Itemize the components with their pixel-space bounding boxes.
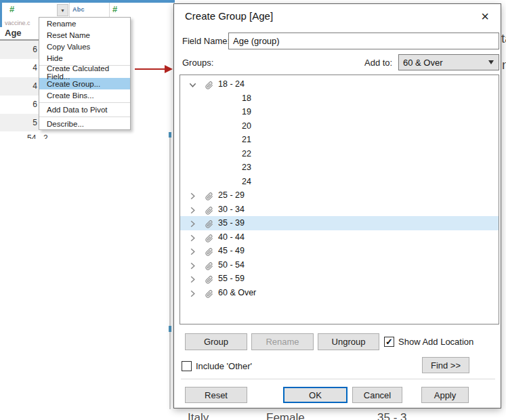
tree-row-label: 45 - 49 xyxy=(218,246,245,255)
chevron-right-icon[interactable] xyxy=(188,247,197,255)
tree-member-row[interactable]: 21 xyxy=(180,133,499,147)
menu-item-create-bins[interactable]: Create Bins... xyxy=(39,89,130,101)
tree-row-label: 20 xyxy=(242,121,251,131)
create-group-dialog: Create Group [Age] × Field Name: Age (gr… xyxy=(173,3,501,408)
chevron-right-icon[interactable] xyxy=(188,219,197,228)
menu-item-create-calculated-field[interactable]: Create Calculated Field... xyxy=(39,66,130,78)
find-button[interactable]: Find >> xyxy=(422,357,469,373)
clipped-table-cell: Italy xyxy=(188,411,209,420)
menu-item-rename[interactable]: Rename xyxy=(39,18,130,29)
apply-button[interactable]: Apply xyxy=(421,387,469,403)
chevron-right-icon[interactable] xyxy=(188,289,197,297)
clipped-table-cell: 35 - 3 xyxy=(377,411,406,420)
screenshot-canvas: # ▾ Abc # vaccine.c Age 64465 54 2 Renam… xyxy=(0,0,506,420)
tree-member-row[interactable]: 24 xyxy=(180,175,499,189)
paperclip-icon xyxy=(205,261,214,270)
tree-group-row[interactable]: 55 - 59 xyxy=(180,272,499,286)
tree-member-row[interactable]: 20 xyxy=(180,119,499,133)
column-field-name[interactable]: Age xyxy=(5,28,22,38)
include-other-checkbox[interactable] xyxy=(182,361,192,371)
grid-cell: 4 xyxy=(0,59,39,77)
field-name-input[interactable]: Age (group) xyxy=(228,33,499,49)
chevron-right-icon[interactable] xyxy=(188,205,197,214)
chevron-down-icon xyxy=(488,60,494,64)
annotation-arrow-line xyxy=(135,68,166,70)
chevron-right-icon[interactable] xyxy=(188,261,197,270)
show-add-location-checkbox[interactable]: ✓ xyxy=(384,337,394,347)
cancel-button[interactable]: Cancel xyxy=(352,387,402,403)
paperclip-icon xyxy=(205,205,214,214)
reset-button[interactable]: Reset xyxy=(185,387,247,403)
add-to-dropdown[interactable]: 60 & Over xyxy=(398,54,499,70)
annotation-arrow-head xyxy=(165,65,173,73)
grid-cell: 54 xyxy=(27,133,36,139)
grid-left-accent-bar xyxy=(0,0,2,27)
column-divider xyxy=(109,3,110,18)
paperclip-icon xyxy=(205,247,214,255)
paperclip-icon xyxy=(205,191,214,200)
paperclip-icon xyxy=(205,219,214,228)
menu-item-describe[interactable]: Describe... xyxy=(39,118,130,129)
clipped-table-cell: Female xyxy=(266,411,305,420)
add-to-label: Add to: xyxy=(364,58,392,68)
paperclip-icon xyxy=(205,289,214,297)
clipped-grid-row: 54 2 xyxy=(0,131,81,139)
tree-row-label: 18 - 24 xyxy=(218,79,245,89)
column-dropdown-button[interactable]: ▾ xyxy=(57,4,68,16)
paperclip-icon xyxy=(205,274,214,283)
chevron-right-icon[interactable] xyxy=(188,274,197,283)
tree-group-row[interactable]: 40 - 44 xyxy=(180,230,499,245)
column-context-menu: RenameReset NameCopy ValuesHideCreate Ca… xyxy=(39,17,131,130)
menu-item-reset-name[interactable]: Reset Name xyxy=(39,29,130,41)
paperclip-icon xyxy=(205,233,214,242)
grid-cell: 6 xyxy=(0,96,39,114)
tree-group-row[interactable]: 25 - 29 xyxy=(180,188,499,203)
dialog-separator xyxy=(181,379,495,379)
grid-cell: 2 xyxy=(43,133,48,139)
background-teal-fragment xyxy=(169,326,171,332)
tree-member-row[interactable]: 22 xyxy=(180,147,499,161)
tree-row-label: 55 - 59 xyxy=(218,274,245,283)
tree-group-row[interactable]: 45 - 49 xyxy=(180,244,499,258)
menu-item-add-data-to-pivot[interactable]: Add Data to Pivot xyxy=(39,104,130,115)
column-divider xyxy=(69,3,70,18)
tree-group-row[interactable]: 18 - 24 xyxy=(180,77,499,91)
numeric-type-icon: # xyxy=(9,4,14,14)
group-button[interactable]: Group xyxy=(185,333,247,350)
tree-row-label: 50 - 54 xyxy=(218,260,245,270)
background-vertical-divider xyxy=(169,132,171,409)
tree-row-label: 40 - 44 xyxy=(218,232,245,242)
tree-row-label: 25 - 29 xyxy=(218,190,245,200)
show-add-location-label: Show Add Location xyxy=(398,337,473,347)
tree-row-label: 23 xyxy=(242,163,251,172)
ungroup-button[interactable]: Ungroup xyxy=(318,333,379,350)
tree-row-label: 24 xyxy=(242,177,251,186)
add-to-value: 60 & Over xyxy=(403,58,443,68)
chevron-right-icon[interactable] xyxy=(188,191,197,200)
tree-member-row[interactable]: 19 xyxy=(180,105,499,119)
clipped-text-fragment: n xyxy=(502,58,506,72)
tree-group-row[interactable]: 35 - 39 xyxy=(180,216,499,230)
tree-row-label: 19 xyxy=(242,107,251,117)
table-name-label: vaccine.c xyxy=(5,20,30,26)
tree-group-row[interactable]: 60 & Over xyxy=(180,286,499,300)
grid-cell: 5 xyxy=(0,114,39,132)
grid-top-accent-bar xyxy=(0,0,175,3)
group-tree: 18 - 241819202122232425 - 2930 - 3435 - … xyxy=(180,75,499,324)
tree-group-row[interactable]: 30 - 34 xyxy=(180,203,499,217)
tree-row-label: 35 - 39 xyxy=(218,218,245,228)
paperclip-icon xyxy=(205,80,214,89)
chevron-right-icon[interactable] xyxy=(188,233,197,242)
tree-row-label: 21 xyxy=(242,135,251,144)
tree-member-row[interactable]: 18 xyxy=(180,91,499,106)
data-grid-rows: 64465 xyxy=(0,41,39,132)
tree-group-row[interactable]: 50 - 54 xyxy=(180,258,499,272)
string-type-icon: Abc xyxy=(72,6,85,13)
close-icon[interactable]: × xyxy=(476,7,494,25)
ok-button[interactable]: OK xyxy=(283,387,347,403)
chevron-down-icon[interactable] xyxy=(188,80,197,89)
tree-member-row[interactable]: 23 xyxy=(180,161,499,175)
menu-item-hide[interactable]: Hide xyxy=(39,52,130,64)
field-name-label: Field Name: xyxy=(182,36,230,46)
menu-item-copy-values[interactable]: Copy Values xyxy=(39,41,130,52)
